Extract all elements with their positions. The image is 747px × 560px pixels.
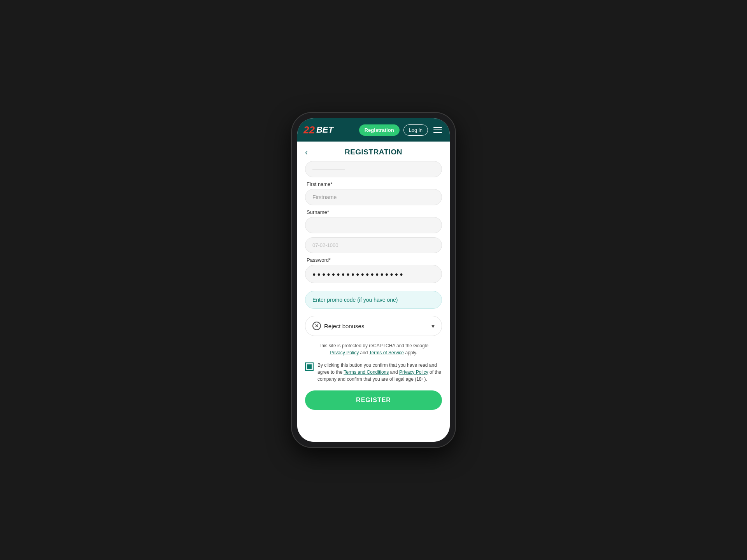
first-name-label: First name* (305, 181, 442, 187)
apply-text: apply. (405, 350, 417, 355)
logo-22-text: 22 (303, 125, 315, 135)
recaptcha-text: This site is protected by reCAPTCHA and … (319, 343, 428, 348)
header-actions: Registration Log in (359, 124, 444, 136)
surname-label: Surname* (305, 209, 442, 215)
partial-top-field (305, 161, 442, 177)
header-login-button[interactable]: Log in (403, 124, 428, 136)
page-title: REGISTRATION (345, 148, 402, 156)
recaptcha-notice: This site is protected by reCAPTCHA and … (297, 342, 450, 356)
phone-screen: 22 BET Registration Log in ‹ REGISTRATIO… (297, 118, 450, 442)
back-button[interactable]: ‹ (305, 148, 308, 157)
reject-left: ✕ Reject bonuses (312, 322, 364, 330)
hamburger-menu-button[interactable] (432, 125, 444, 135)
terms-row: By clicking this button you confirm that… (297, 362, 450, 383)
terms-checkbox[interactable] (305, 362, 314, 371)
hamburger-line-1 (433, 127, 442, 128)
reject-bonuses-label: Reject bonuses (324, 323, 364, 329)
partial-input-field[interactable] (305, 161, 442, 177)
app-header: 22 BET Registration Log in (297, 118, 450, 142)
terms-text: By clicking this button you confirm that… (317, 362, 442, 383)
password-dots: ●●●●●●●●●●●●●●●●●●● (312, 271, 405, 277)
password-field-group: Password* ●●●●●●●●●●●●●●●●●●● (305, 257, 442, 283)
password-label: Password* (305, 257, 442, 263)
x-circle-icon: ✕ (312, 322, 321, 330)
hamburger-line-3 (433, 132, 442, 133)
privacy-policy-link[interactable]: Privacy Policy (330, 350, 359, 355)
terms-checkbox-inner (307, 364, 312, 369)
surname-input[interactable] (305, 217, 442, 233)
chevron-down-icon: ▾ (431, 322, 435, 330)
header-registration-button[interactable]: Registration (359, 124, 400, 136)
register-button[interactable]: REGISTER (305, 390, 442, 410)
phone-field[interactable]: 07-02-1000 (305, 237, 442, 253)
registration-header: ‹ REGISTRATION (297, 142, 450, 161)
privacy-policy2-link[interactable]: Privacy Policy (399, 369, 428, 375)
app-logo: 22 BET (303, 125, 333, 135)
logo-bet-text: BET (316, 126, 333, 134)
first-name-input[interactable] (305, 189, 442, 205)
hamburger-line-2 (433, 130, 442, 131)
first-name-field-group: First name* (305, 181, 442, 205)
reject-bonuses-row[interactable]: ✕ Reject bonuses ▾ (305, 316, 442, 336)
surname-field-group: Surname* (305, 209, 442, 233)
terms-conditions-link[interactable]: Terms and Conditions (344, 369, 389, 375)
phone-frame: 22 BET Registration Log in ‹ REGISTRATIO… (292, 113, 455, 447)
page-content: ‹ REGISTRATION First name* Surname* (297, 142, 450, 442)
password-input-display[interactable]: ●●●●●●●●●●●●●●●●●●● (305, 265, 442, 283)
promo-code-input[interactable]: Enter promo code (if you have one) (305, 291, 442, 309)
registration-form: First name* Surname* 07-02-1000 Password… (297, 161, 450, 342)
and-text: and (360, 350, 368, 355)
phone-value: 07-02-1000 (312, 242, 338, 248)
and2-text: and (390, 369, 398, 375)
terms-of-service-link[interactable]: Terms of Service (369, 350, 404, 355)
